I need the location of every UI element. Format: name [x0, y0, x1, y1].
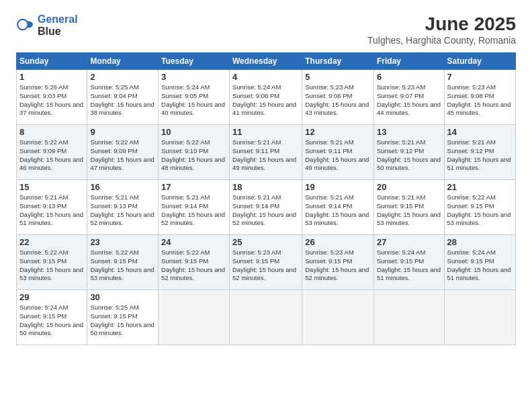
subtitle: Tulghes, Harghita County, Romania: [367, 35, 516, 46]
calendar-cell: [302, 290, 374, 345]
col-header-monday: Monday: [87, 53, 159, 70]
day-number: 4: [232, 72, 299, 82]
col-header-tuesday: Tuesday: [159, 53, 230, 70]
col-header-wednesday: Wednesday: [229, 53, 302, 70]
day-number: 14: [447, 127, 513, 137]
page: General Blue June 2025 Tulghes, Harghita…: [0, 0, 532, 411]
day-info: Sunrise: 5:22 AM Sunset: 9:15 PM Dayligh…: [161, 248, 226, 283]
day-info: Sunrise: 5:22 AM Sunset: 9:10 PM Dayligh…: [161, 138, 226, 173]
day-info: Sunrise: 5:22 AM Sunset: 9:15 PM Dayligh…: [19, 248, 84, 283]
day-info: Sunrise: 5:24 AM Sunset: 9:15 PM Dayligh…: [377, 248, 441, 283]
calendar-cell: 13 Sunrise: 5:21 AM Sunset: 9:12 PM Dayl…: [373, 125, 444, 180]
calendar-cell: 19 Sunrise: 5:21 AM Sunset: 9:14 PM Dayl…: [302, 180, 374, 235]
calendar-cell: 11 Sunrise: 5:21 AM Sunset: 9:11 PM Dayl…: [229, 125, 302, 180]
week-row-3: 15 Sunrise: 5:21 AM Sunset: 9:13 PM Dayl…: [17, 180, 516, 235]
calendar-cell: 9 Sunrise: 5:22 AM Sunset: 9:09 PM Dayli…: [87, 125, 159, 180]
logo-icon: [16, 16, 35, 35]
day-info: Sunrise: 5:26 AM Sunset: 9:03 PM Dayligh…: [19, 83, 84, 118]
day-info: Sunrise: 5:22 AM Sunset: 9:09 PM Dayligh…: [90, 138, 155, 173]
calendar-cell: 2 Sunrise: 5:25 AM Sunset: 9:04 PM Dayli…: [87, 70, 159, 125]
day-info: Sunrise: 5:22 AM Sunset: 9:15 PM Dayligh…: [90, 248, 155, 283]
day-number: 26: [305, 237, 371, 247]
calendar-cell: 25 Sunrise: 5:23 AM Sunset: 9:15 PM Dayl…: [229, 235, 302, 290]
day-number: 16: [90, 182, 155, 192]
calendar-cell: 7 Sunrise: 5:23 AM Sunset: 9:08 PM Dayli…: [444, 70, 515, 125]
calendar-cell: 3 Sunrise: 5:24 AM Sunset: 9:05 PM Dayli…: [159, 70, 230, 125]
day-info: Sunrise: 5:23 AM Sunset: 9:15 PM Dayligh…: [305, 248, 371, 283]
title-block: June 2025 Tulghes, Harghita County, Roma…: [367, 13, 516, 46]
calendar-cell: [444, 290, 515, 345]
calendar-cell: 23 Sunrise: 5:22 AM Sunset: 9:15 PM Dayl…: [87, 235, 159, 290]
day-info: Sunrise: 5:21 AM Sunset: 9:15 PM Dayligh…: [377, 193, 441, 228]
day-number: 12: [305, 127, 371, 137]
logo-text: General Blue: [38, 13, 78, 37]
calendar-cell: 6 Sunrise: 5:23 AM Sunset: 9:07 PM Dayli…: [373, 70, 444, 125]
calendar-cell: 12 Sunrise: 5:21 AM Sunset: 9:11 PM Dayl…: [302, 125, 374, 180]
day-number: 24: [161, 237, 226, 247]
calendar-cell: [373, 290, 444, 345]
day-number: 21: [447, 182, 513, 192]
calendar-cell: 22 Sunrise: 5:22 AM Sunset: 9:15 PM Dayl…: [17, 235, 87, 290]
day-number: 22: [19, 237, 84, 247]
day-number: 19: [305, 182, 371, 192]
calendar-cell: 17 Sunrise: 5:21 AM Sunset: 9:14 PM Dayl…: [159, 180, 230, 235]
calendar-cell: 5 Sunrise: 5:23 AM Sunset: 9:06 PM Dayli…: [302, 70, 374, 125]
day-info: Sunrise: 5:25 AM Sunset: 9:15 PM Dayligh…: [90, 304, 155, 338]
main-title: June 2025: [367, 13, 516, 35]
day-info: Sunrise: 5:25 AM Sunset: 9:04 PM Dayligh…: [90, 83, 155, 118]
day-info: Sunrise: 5:23 AM Sunset: 9:06 PM Dayligh…: [305, 83, 371, 118]
day-info: Sunrise: 5:23 AM Sunset: 9:15 PM Dayligh…: [232, 248, 299, 283]
day-number: 10: [161, 127, 226, 137]
calendar-cell: 1 Sunrise: 5:26 AM Sunset: 9:03 PM Dayli…: [17, 70, 87, 125]
calendar-cell: [159, 290, 230, 345]
day-number: 13: [377, 127, 441, 137]
day-info: Sunrise: 5:22 AM Sunset: 9:09 PM Dayligh…: [19, 138, 84, 173]
calendar-cell: 24 Sunrise: 5:22 AM Sunset: 9:15 PM Dayl…: [159, 235, 230, 290]
svg-point-0: [17, 19, 28, 29]
day-number: 6: [377, 72, 441, 82]
calendar-cell: [229, 290, 302, 345]
day-number: 20: [377, 182, 441, 192]
day-number: 25: [232, 237, 299, 247]
calendar-cell: 8 Sunrise: 5:22 AM Sunset: 9:09 PM Dayli…: [17, 125, 87, 180]
day-info: Sunrise: 5:24 AM Sunset: 9:15 PM Dayligh…: [19, 304, 84, 338]
col-header-friday: Friday: [373, 53, 444, 70]
day-info: Sunrise: 5:23 AM Sunset: 9:08 PM Dayligh…: [447, 83, 513, 118]
calendar-cell: 10 Sunrise: 5:22 AM Sunset: 9:10 PM Dayl…: [159, 125, 230, 180]
calendar-cell: 15 Sunrise: 5:21 AM Sunset: 9:13 PM Dayl…: [17, 180, 87, 235]
day-info: Sunrise: 5:21 AM Sunset: 9:13 PM Dayligh…: [90, 193, 155, 228]
calendar: SundayMondayTuesdayWednesdayThursdayFrid…: [16, 52, 516, 345]
logo: General Blue: [16, 13, 78, 37]
week-row-1: 1 Sunrise: 5:26 AM Sunset: 9:03 PM Dayli…: [17, 70, 516, 125]
day-number: 18: [232, 182, 299, 192]
col-header-saturday: Saturday: [444, 53, 515, 70]
day-number: 1: [19, 72, 84, 82]
day-info: Sunrise: 5:21 AM Sunset: 9:14 PM Dayligh…: [305, 193, 371, 228]
calendar-cell: 4 Sunrise: 5:24 AM Sunset: 9:06 PM Dayli…: [229, 70, 302, 125]
calendar-cell: 29 Sunrise: 5:24 AM Sunset: 9:15 PM Dayl…: [17, 290, 87, 345]
day-info: Sunrise: 5:24 AM Sunset: 9:15 PM Dayligh…: [447, 248, 513, 283]
day-info: Sunrise: 5:22 AM Sunset: 9:15 PM Dayligh…: [447, 193, 513, 228]
col-header-thursday: Thursday: [302, 53, 374, 70]
day-number: 2: [90, 72, 155, 82]
day-info: Sunrise: 5:21 AM Sunset: 9:14 PM Dayligh…: [161, 193, 226, 228]
day-info: Sunrise: 5:21 AM Sunset: 9:12 PM Dayligh…: [447, 138, 513, 173]
day-number: 30: [90, 292, 155, 302]
day-number: 23: [90, 237, 155, 247]
day-number: 17: [161, 182, 226, 192]
day-info: Sunrise: 5:23 AM Sunset: 9:07 PM Dayligh…: [377, 83, 441, 118]
day-number: 15: [19, 182, 84, 192]
week-row-5: 29 Sunrise: 5:24 AM Sunset: 9:15 PM Dayl…: [17, 290, 516, 345]
day-number: 28: [447, 237, 513, 247]
col-header-sunday: Sunday: [17, 53, 87, 70]
day-number: 8: [19, 127, 84, 137]
calendar-cell: 14 Sunrise: 5:21 AM Sunset: 9:12 PM Dayl…: [444, 125, 515, 180]
header: General Blue June 2025 Tulghes, Harghita…: [16, 13, 516, 46]
calendar-cell: 27 Sunrise: 5:24 AM Sunset: 9:15 PM Dayl…: [373, 235, 444, 290]
calendar-cell: 26 Sunrise: 5:23 AM Sunset: 9:15 PM Dayl…: [302, 235, 374, 290]
day-info: Sunrise: 5:21 AM Sunset: 9:11 PM Dayligh…: [232, 138, 299, 173]
day-number: 3: [161, 72, 226, 82]
day-info: Sunrise: 5:24 AM Sunset: 9:05 PM Dayligh…: [161, 83, 226, 118]
calendar-cell: 21 Sunrise: 5:22 AM Sunset: 9:15 PM Dayl…: [444, 180, 515, 235]
week-row-4: 22 Sunrise: 5:22 AM Sunset: 9:15 PM Dayl…: [17, 235, 516, 290]
